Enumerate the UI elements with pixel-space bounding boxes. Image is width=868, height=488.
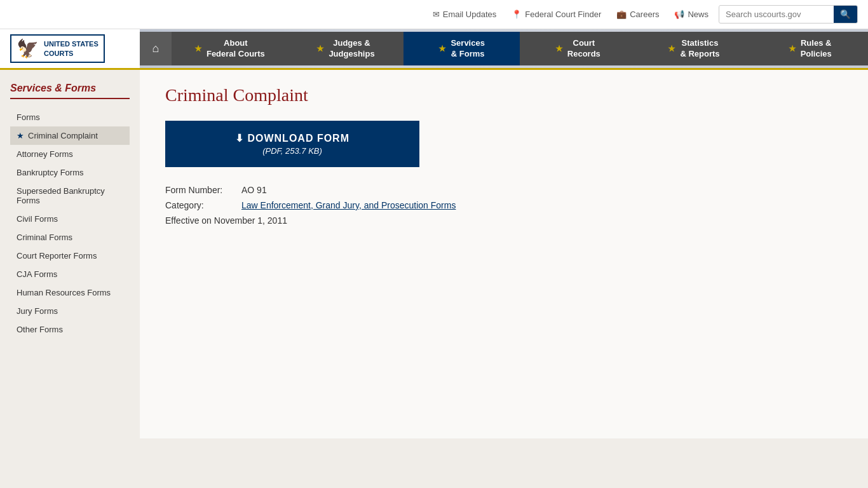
- sidebar-item-forms[interactable]: Forms: [10, 108, 130, 126]
- sidebar-item-criminal-complaint[interactable]: ★ Criminal Complaint: [10, 126, 130, 145]
- download-btn-sub-label: (PDF, 253.7 KB): [191, 146, 394, 156]
- nav-about[interactable]: ★ AboutFederal Courts: [172, 32, 288, 66]
- page-title: Criminal Complaint: [165, 85, 843, 105]
- search-icon: 🔍: [840, 10, 851, 19]
- effective-date-row: Effective on November 1, 2011: [165, 215, 843, 226]
- sidebar-item-criminal-forms[interactable]: Criminal Forms: [10, 228, 130, 247]
- sidebar-item-court-reporter[interactable]: Court Reporter Forms: [10, 247, 130, 265]
- form-number-value: AO 91: [241, 185, 267, 195]
- search-box: 🔍: [719, 5, 858, 24]
- content-area: Criminal Complaint ⬇ DOWNLOAD FORM (PDF,…: [140, 70, 868, 438]
- nav-judges[interactable]: ★ Judges &Judgeships: [288, 32, 404, 66]
- news-label: News: [688, 10, 709, 19]
- main-nav: ⌂ ★ AboutFederal Courts ★ Judges &Judges…: [140, 32, 868, 66]
- logo-line1: UNITED STATES: [44, 39, 98, 48]
- download-btn-main-label: ⬇ DOWNLOAD FORM: [191, 132, 394, 144]
- nav-judges-label: Judges &Judgeships: [329, 38, 374, 60]
- category-row: Category: Law Enforcement, Grand Jury, a…: [165, 200, 843, 210]
- top-bar: ✉ Email Updates 📍 Federal Court Finder 💼…: [0, 0, 868, 29]
- nav-rules[interactable]: ★ Rules &Policies: [752, 32, 868, 66]
- sidebar-item-jury-forms[interactable]: Jury Forms: [10, 302, 130, 320]
- logo-box: 🦅 UNITED STATES COURTS: [10, 34, 105, 63]
- search-input[interactable]: [719, 6, 834, 22]
- sidebar-item-superseded-bankruptcy[interactable]: Superseded Bankruptcy Forms: [10, 182, 130, 210]
- nav-about-label: AboutFederal Courts: [207, 38, 265, 60]
- nav-services-label: Services& Forms: [451, 38, 485, 60]
- download-form-button[interactable]: ⬇ DOWNLOAD FORM (PDF, 253.7 KB): [165, 121, 419, 167]
- email-updates-label: Email Updates: [443, 10, 497, 19]
- logo-area: 🦅 UNITED STATES COURTS: [0, 29, 140, 68]
- nav-rules-label: Rules &Policies: [801, 38, 832, 60]
- nav-court-star: ★: [555, 44, 563, 53]
- sidebar-item-other-forms[interactable]: Other Forms: [10, 320, 130, 339]
- briefcase-icon: 💼: [616, 10, 627, 19]
- federal-court-finder-label: Federal Court Finder: [525, 10, 601, 19]
- eagle-icon: 🦅: [17, 38, 39, 59]
- sidebar-title: Services & Forms: [10, 83, 130, 99]
- active-star-icon: ★: [17, 131, 24, 140]
- federal-court-finder-button[interactable]: 📍 Federal Court Finder: [506, 7, 606, 22]
- form-number-label: Form Number:: [165, 185, 241, 195]
- news-button[interactable]: 📢 News: [669, 7, 714, 22]
- category-link[interactable]: Law Enforcement, Grand Jury, and Prosecu…: [241, 200, 456, 210]
- nav-rules-star: ★: [789, 44, 796, 53]
- sidebar-item-human-resources[interactable]: Human Resources Forms: [10, 283, 130, 302]
- sidebar-item-attorney-forms[interactable]: Attorney Forms: [10, 145, 130, 163]
- sidebar-item-civil-forms[interactable]: Civil Forms: [10, 210, 130, 228]
- careers-button[interactable]: 💼 Careers: [611, 7, 664, 22]
- sidebar-item-cja-forms[interactable]: CJA Forms: [10, 265, 130, 283]
- nav-services[interactable]: ★ Services& Forms: [403, 32, 520, 66]
- nav-court-label: CourtRecords: [567, 38, 600, 60]
- nav-services-star: ★: [438, 44, 446, 53]
- email-updates-button[interactable]: ✉ Email Updates: [428, 7, 502, 22]
- sidebar-active-label: Criminal Complaint: [28, 131, 98, 140]
- nav-statistics-star: ★: [668, 44, 675, 53]
- sidebar: Services & Forms Forms ★ Criminal Compla…: [0, 70, 140, 438]
- main-container: Services & Forms Forms ★ Criminal Compla…: [0, 70, 868, 438]
- logo-line2: COURTS: [44, 49, 98, 58]
- search-button[interactable]: 🔍: [834, 6, 857, 23]
- careers-label: Careers: [630, 10, 659, 19]
- nav-judges-star: ★: [316, 44, 324, 53]
- email-icon: ✉: [433, 10, 440, 19]
- logo-text: UNITED STATES COURTS: [44, 39, 98, 58]
- nav-home[interactable]: ⌂: [140, 32, 172, 66]
- nav-statistics[interactable]: ★ Statistics& Reports: [636, 32, 752, 66]
- form-number-row: Form Number: AO 91: [165, 185, 843, 195]
- sidebar-item-bankruptcy-forms[interactable]: Bankruptcy Forms: [10, 163, 130, 182]
- location-icon: 📍: [512, 10, 522, 19]
- nav-court-records[interactable]: ★ CourtRecords: [520, 32, 636, 66]
- nav-about-star: ★: [194, 44, 202, 53]
- header-band: 🦅 UNITED STATES COURTS ⌂ ★ AboutFederal …: [0, 29, 868, 70]
- news-icon: 📢: [674, 10, 684, 19]
- home-icon: ⌂: [153, 42, 159, 55]
- nav-statistics-label: Statistics& Reports: [680, 38, 719, 60]
- category-label: Category:: [165, 200, 241, 210]
- effective-date-text: Effective on November 1, 2011: [165, 215, 287, 226]
